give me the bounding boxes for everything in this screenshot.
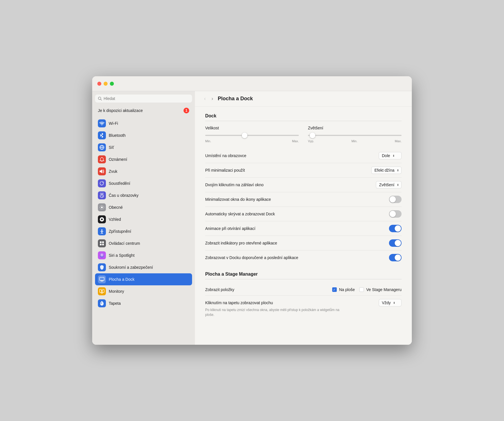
svg-rect-22 [102,244,104,245]
wifi-label: Wi-Fi [109,121,118,126]
sidebar-item-tapeta[interactable]: Tapeta [95,297,192,309]
svg-point-10 [101,207,103,208]
siri-icon [98,251,106,259]
dock-row-value-7[interactable] [389,254,402,261]
cas-icon [98,191,106,199]
sidebar-item-oznameni[interactable]: Oznámení [95,153,192,165]
toggle-6[interactable] [389,239,402,247]
dock-row-0: Umístění na obrazovceDole⬍ [205,149,402,163]
zobrazit-options: ✓ Na ploše Ve Stage Manageru [332,287,402,292]
svg-rect-25 [100,277,104,280]
zvetseni-max: Max. [395,139,402,143]
search-bar[interactable] [95,95,192,103]
search-icon [98,97,102,101]
select-arrows-icon-0: ⬍ [392,154,395,157]
dock-row-label-1: Při minimalizaci použít [205,168,245,173]
bluetooth-label: Bluetooth [109,133,126,138]
toggle-5[interactable] [389,225,402,232]
dock-row-2: Dvojím kliknutím na záhlaví oknoZvětšení… [205,178,402,192]
zvetseni-slider[interactable] [308,133,402,138]
tapeta-select[interactable]: Vždy ⬍ [379,299,402,306]
dock-row-value-6[interactable] [389,239,402,247]
traffic-lights [97,82,114,86]
sidebar-item-plocha[interactable]: Plocha a Dock [95,273,192,285]
sidebar-item-soustredeni[interactable]: Soustředění [95,177,192,189]
search-input[interactable] [104,96,189,101]
monitory-icon [98,287,106,295]
select-value-0: Dole [382,153,390,158]
select-value-1: Efekt džína [374,168,394,173]
select-0[interactable]: Dole⬍ [379,152,402,159]
sidebar-items-container: Wi-Fi Bluetooth Síť Oznámení Zvuk Soustř… [95,117,192,309]
sidebar-item-zpristupneni[interactable]: Zpřístupnění [95,225,192,237]
update-label: Je k dispozici aktualizace [98,108,181,113]
sidebar-item-vzhled[interactable]: Vzhled [95,213,192,225]
dock-row-value-1[interactable]: Efekt džína⬍ [371,167,402,174]
select-arrows-icon-1: ⬍ [397,169,399,172]
sidebar-item-siri[interactable]: Siri a Spotlight [95,249,192,261]
minimize-button[interactable] [104,82,108,86]
svg-point-2 [102,125,102,125]
close-button[interactable] [97,82,101,86]
zvuk-icon [98,167,106,175]
sidebar-item-zvuk[interactable]: Zvuk [95,165,192,177]
sit-icon [98,143,106,151]
plocha-divider [205,279,402,279]
vzhled-label: Vzhled [109,217,121,222]
soustredeni-icon [98,179,106,187]
forward-button[interactable]: › [210,95,214,102]
dock-row-value-2[interactable]: Zvětšení⬍ [376,181,402,189]
dock-row-value-5[interactable] [389,225,402,232]
dock-rows: Umístění na obrazovceDole⬍Při minimaliza… [205,149,402,265]
maximize-button[interactable] [110,82,114,86]
dock-row-label-2: Dvojím kliknutím na záhlaví okno [205,183,264,187]
oznameni-icon [98,155,106,163]
velikost-min: Min. [205,139,211,143]
dock-row-value-4[interactable] [389,210,402,218]
sidebar-item-monitory[interactable]: Monitory [95,285,192,297]
sliders-row: Velikost Min. Max. [205,126,402,143]
na-plose-checkbox[interactable]: ✓ [332,287,337,292]
svg-point-24 [101,254,103,256]
zpristupneni-label: Zpřístupnění [109,229,131,234]
na-plose-label: Na ploše [339,287,355,292]
select-1[interactable]: Efekt džína⬍ [371,167,402,174]
zobrazit-label: Zobrazit položky [205,287,234,292]
na-plose-item[interactable]: ✓ Na ploše [332,287,355,292]
back-button[interactable]: ‹ [203,95,207,102]
zvetseni-vyp: Vyp. [308,139,314,143]
checkmark-icon: ✓ [333,288,336,292]
dock-row-value-0[interactable]: Dole⬍ [379,152,402,159]
zobrazit-row: Zobrazit položky ✓ Na ploše Ve Stage Man… [205,284,402,296]
plocha-section-header: Plocha a Stage Manager [205,272,402,277]
sidebar-item-wifi[interactable]: Wi-Fi [95,117,192,129]
ve-stage-item[interactable]: Ve Stage Manageru [359,287,402,292]
velikost-slider[interactable] [205,133,299,138]
svg-line-18 [102,232,103,234]
toggle-4[interactable] [389,210,402,218]
main-scroll[interactable]: Dock Velikost [195,107,412,345]
sidebar-item-bluetooth[interactable]: Bluetooth [95,129,192,141]
zvetseni-label: Zvětšení [308,126,402,130]
dock-row-label-6: Zobrazit indikátory pro otevřené aplikac… [205,241,277,245]
select-2[interactable]: Zvětšení⬍ [376,181,402,189]
tapeta-label: Kliknutím na tapetu zobrazovat plochu [205,300,273,305]
sidebar-item-sit[interactable]: Síť [95,141,192,153]
sidebar-item-soukromi[interactable]: Soukromí a zabezpečení [95,261,192,273]
dock-row-value-3[interactable] [389,196,402,203]
obecne-label: Obecné [109,205,123,210]
sidebar-item-ovladaci[interactable]: Ovládací centrum [95,237,192,249]
main-header: ‹ › Plocha a Dock [195,91,412,107]
plocha-label: Plocha a Dock [109,277,134,282]
zvetseni-slider-group: Zvětšení Vyp. Min. Max. [308,126,402,143]
dock-row-6: Zobrazit indikátory pro otevřené aplikac… [205,236,402,250]
update-item[interactable]: Je k dispozici aktualizace 1 [95,105,192,116]
sidebar-item-obecne[interactable]: Obecné [95,201,192,213]
soustredeni-label: Soustředění [109,181,130,186]
dock-row-label-5: Animace při otvírání aplikací [205,226,255,231]
velikost-slider-group: Velikost Min. Max. [205,126,299,143]
toggle-3[interactable] [389,196,402,203]
sidebar-item-cas[interactable]: Čas u obrazovky [95,189,192,201]
ve-stage-checkbox[interactable] [359,287,364,292]
toggle-7[interactable] [389,254,402,261]
